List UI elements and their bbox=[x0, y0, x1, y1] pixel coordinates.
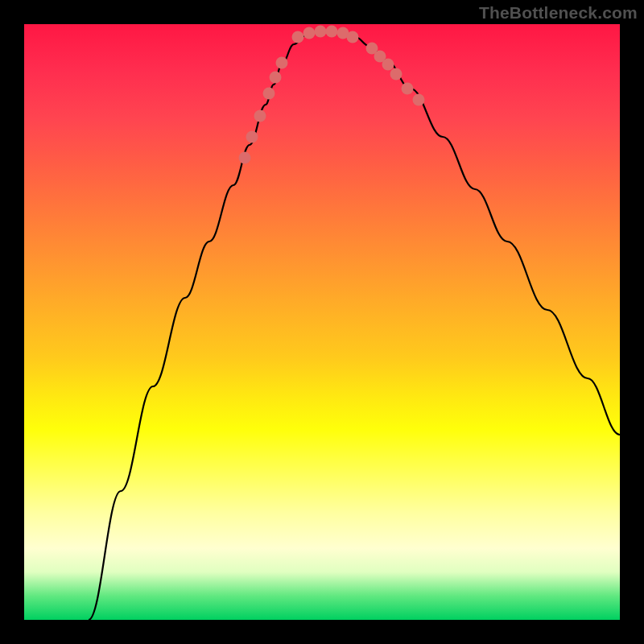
data-dot bbox=[263, 88, 275, 100]
data-dot bbox=[347, 31, 359, 43]
data-dot bbox=[382, 59, 394, 71]
watermark-text: TheBottleneck.com bbox=[479, 3, 638, 23]
data-dot bbox=[270, 72, 282, 84]
data-dot bbox=[303, 27, 316, 39]
bottleneck-curve bbox=[89, 31, 620, 620]
data-dot bbox=[276, 57, 288, 69]
data-dot bbox=[402, 83, 414, 95]
dot-cluster-bottom bbox=[292, 26, 359, 43]
data-dot bbox=[246, 131, 258, 143]
dot-cluster-right bbox=[366, 43, 425, 106]
data-dot bbox=[292, 31, 304, 43]
data-dot bbox=[315, 26, 327, 38]
data-dot bbox=[326, 26, 338, 38]
data-dot bbox=[413, 94, 425, 106]
curve-layer bbox=[24, 24, 620, 620]
data-dot bbox=[390, 68, 402, 80]
plot-area bbox=[24, 24, 620, 620]
chart-frame: TheBottleneck.com bbox=[0, 0, 644, 644]
data-dot bbox=[254, 110, 266, 122]
data-dot bbox=[239, 152, 251, 164]
